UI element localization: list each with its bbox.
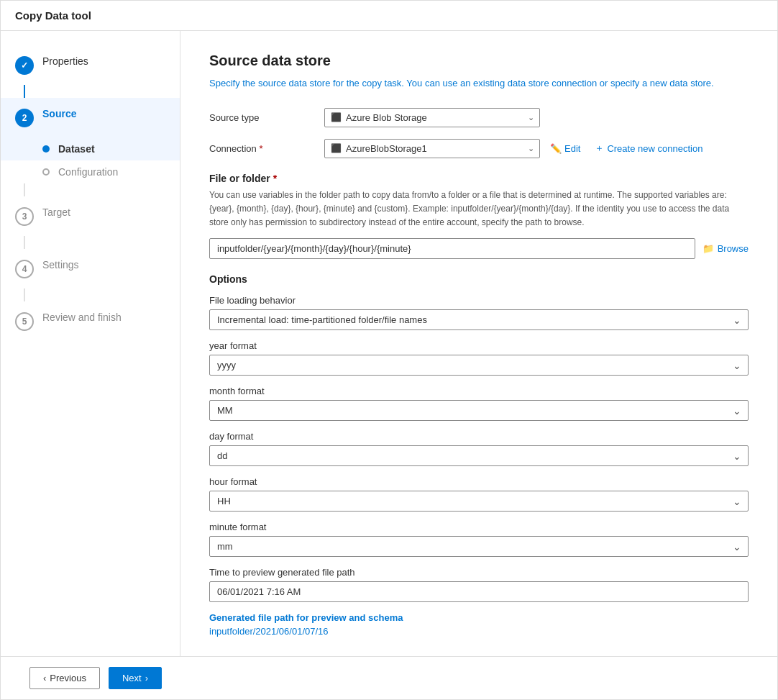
file-loading-select-wrapper: Incremental load: time-partitioned folde… [209, 309, 749, 330]
app-title: Copy Data tool [15, 9, 91, 22]
connector-1 [24, 85, 25, 98]
page-desc: Specify the source data store for the co… [209, 76, 749, 91]
step-circle-source: 2 [15, 109, 34, 127]
sidebar-item-configuration[interactable]: Configuration [1, 160, 180, 183]
connector-2 [24, 183, 25, 196]
step-label-settings: Settings [42, 259, 79, 271]
create-connection-label: Create new connection [607, 143, 703, 154]
file-loading-group: File loading behavior Incremental load: … [209, 295, 749, 330]
time-preview-group: Time to preview generated file path [209, 567, 749, 602]
footer: ‹ Previous Next › [1, 656, 777, 699]
folder-icon: 📁 [703, 243, 714, 254]
month-format-label: month format [209, 386, 749, 396]
hour-format-select[interactable]: HH [209, 491, 749, 512]
source-type-select[interactable]: ⬛ Azure Blob Storage [324, 108, 540, 127]
browse-label: Browse [718, 243, 749, 254]
day-format-select[interactable]: dd [209, 445, 749, 466]
minute-format-select[interactable]: mm [209, 536, 749, 557]
path-input[interactable] [209, 238, 695, 259]
step-circle-settings: 4 [15, 260, 34, 278]
month-format-group: month format MM [209, 386, 749, 421]
source-type-select-wrapper: ⬛ Azure Blob Storage ⌄ [324, 108, 540, 127]
sidebar-item-settings[interactable]: 4 Settings [1, 249, 180, 288]
blob-storage-icon: ⬛ [331, 112, 342, 122]
page-title: Source data store [209, 53, 749, 69]
hour-format-group: hour format HH [209, 476, 749, 512]
day-format-select-wrapper: dd [209, 445, 749, 466]
generated-path-label: Generated file path for preview and sche… [209, 612, 749, 623]
step-label-source: Source [42, 108, 76, 119]
connector-3 [24, 236, 25, 249]
edit-label: Edit [564, 143, 580, 154]
sidebar-item-source[interactable]: 2 Source [1, 98, 180, 137]
connection-label: Connection * [209, 143, 324, 154]
browse-button[interactable]: 📁 Browse [703, 243, 749, 254]
sidebar: ✓ Properties 2 Source Dataset Configurat… [1, 31, 180, 656]
step-label-configuration: Configuration [58, 166, 118, 178]
content-area: Source data store Specify the source dat… [180, 31, 777, 656]
sidebar-item-properties[interactable]: ✓ Properties [1, 45, 180, 85]
minute-format-select-wrapper: mm [209, 536, 749, 557]
options-section: Options File loading behavior Incrementa… [209, 273, 749, 637]
connection-controls: ⬛ AzureBlobStorage1 ⌄ ✏️ Edit ＋ Create n… [324, 139, 707, 158]
edit-pencil-icon: ✏️ [550, 143, 562, 154]
create-connection-button[interactable]: ＋ Create new connection [590, 139, 707, 158]
path-input-row: 📁 Browse [209, 238, 749, 259]
day-format-label: day format [209, 431, 749, 442]
connection-select-wrapper: ⬛ AzureBlobStorage1 ⌄ [324, 139, 540, 158]
configuration-dot [42, 168, 50, 176]
connector-4 [24, 288, 25, 301]
sidebar-item-review[interactable]: 5 Review and finish [1, 301, 180, 341]
time-preview-label: Time to preview generated file path [209, 567, 749, 578]
step-circle-properties: ✓ [15, 56, 34, 75]
step-label-review: Review and finish [42, 312, 122, 323]
year-format-label: year format [209, 340, 749, 351]
day-format-group: day format dd [209, 431, 749, 466]
next-label: Next [122, 673, 142, 683]
source-type-value: Azure Blob Storage [346, 112, 427, 123]
edit-button[interactable]: ✏️ Edit [546, 140, 585, 157]
connection-required: * [259, 143, 262, 154]
source-type-row: Source type ⬛ Azure Blob Storage ⌄ [209, 108, 749, 127]
file-folder-required: * [273, 173, 277, 184]
prev-chevron-icon: ‹ [43, 673, 46, 683]
connection-row: Connection * ⬛ AzureBlobStorage1 ⌄ ✏️ Ed… [209, 139, 749, 158]
file-loading-label: File loading behavior [209, 295, 749, 306]
minute-format-group: minute format mm [209, 522, 749, 557]
file-folder-title: File or folder * [209, 173, 749, 184]
year-format-group: year format yyyy [209, 340, 749, 376]
connection-select[interactable]: ⬛ AzureBlobStorage1 [324, 139, 540, 158]
step-label-properties: Properties [42, 55, 88, 67]
next-chevron-icon: › [145, 673, 148, 683]
generated-path-section: Generated file path for preview and sche… [209, 612, 749, 637]
time-preview-input[interactable] [209, 581, 749, 602]
app-header: Copy Data tool [1, 1, 777, 31]
sidebar-item-target[interactable]: 3 Target [1, 196, 180, 236]
file-folder-section: File or folder * You can use variables i… [209, 173, 749, 260]
sidebar-item-dataset[interactable]: Dataset [1, 137, 180, 160]
hour-format-label: hour format [209, 476, 749, 487]
connection-value: AzureBlobStorage1 [346, 143, 427, 154]
year-format-select-wrapper: yyyy [209, 355, 749, 376]
dataset-dot [42, 145, 50, 153]
plus-icon: ＋ [595, 142, 604, 155]
connection-blob-icon: ⬛ [331, 143, 342, 153]
step-circle-review: 5 [15, 312, 34, 331]
minute-format-label: minute format [209, 522, 749, 532]
hour-format-select-wrapper: HH [209, 491, 749, 512]
prev-label: Previous [50, 673, 86, 683]
step-label-target: Target [42, 206, 70, 218]
step-circle-target: 3 [15, 207, 34, 226]
step-label-dataset: Dataset [58, 143, 95, 155]
previous-button[interactable]: ‹ Previous [29, 667, 100, 689]
file-loading-select[interactable]: Incremental load: time-partitioned folde… [209, 309, 749, 330]
next-button[interactable]: Next › [109, 667, 162, 689]
options-title: Options [209, 273, 749, 285]
month-format-select-wrapper: MM [209, 400, 749, 421]
source-type-label: Source type [209, 112, 324, 123]
generated-path-value: inputfolder/2021/06/01/07/16 [209, 626, 749, 637]
month-format-select[interactable]: MM [209, 400, 749, 421]
year-format-select[interactable]: yyyy [209, 355, 749, 376]
file-folder-desc: You can use variables in the folder path… [209, 188, 749, 230]
